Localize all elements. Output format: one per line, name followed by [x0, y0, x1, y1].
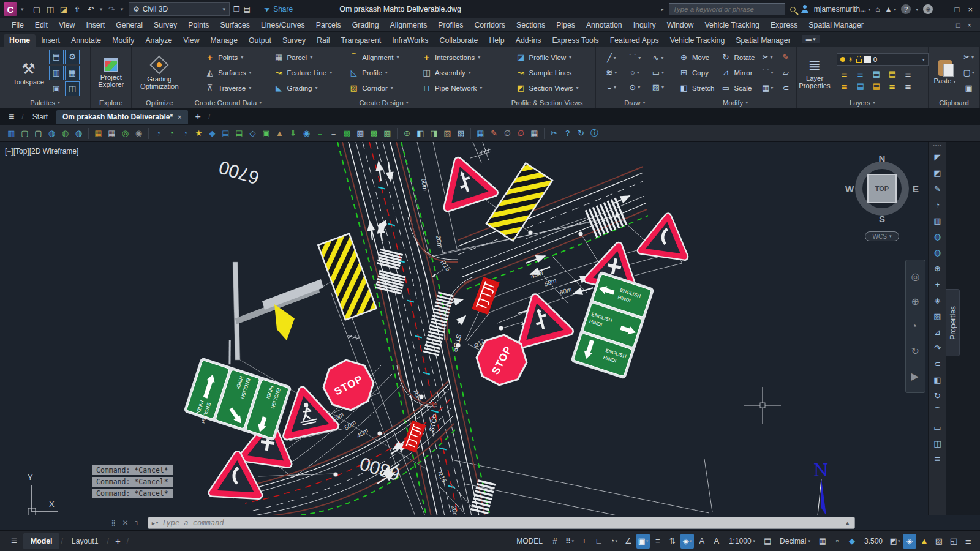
menu-item-survey[interactable]: Survey — [148, 21, 183, 29]
panel-label-ground-data[interactable]: Create Ground Data▾ — [187, 97, 268, 108]
ribbon-tab-analyze[interactable]: Analyze — [140, 34, 178, 47]
menu-item-grading[interactable]: Grading — [347, 21, 385, 29]
ribbon-tab-insert[interactable]: Insert — [36, 34, 66, 47]
status-1-1000[interactable]: 1:1000▾ — [725, 537, 760, 545]
sample-lines-button[interactable]: ↝Sample Lines — [514, 66, 581, 80]
new-tab-button[interactable]: + — [190, 111, 206, 122]
side-tool-icon-4[interactable]: ▥ — [929, 212, 946, 228]
menu-item-parcels[interactable]: Parcels — [311, 21, 347, 29]
explode-button[interactable]: ▱ — [778, 66, 794, 80]
side-tool-icon-14[interactable]: ◧ — [929, 372, 946, 388]
status-icon-3[interactable]: + — [578, 534, 591, 549]
paste-button[interactable]: Paste ▾ — [931, 48, 958, 97]
strip-grip-icon[interactable]: •••• — [933, 143, 942, 148]
status-icon-14[interactable]: ▤ — [761, 534, 774, 549]
menu-item-alignments[interactable]: Alignments — [385, 21, 433, 29]
doc-minimize-button[interactable]: – — [945, 21, 949, 29]
menu-item-vehicle-tracking[interactable]: Vehicle Tracking — [699, 21, 765, 29]
toolbar-icon-1[interactable]: ▢ — [18, 127, 31, 140]
menu-item-pipes[interactable]: Pipes — [551, 21, 581, 29]
status-icon-22[interactable]: ▲ — [918, 534, 931, 549]
hatch-tool[interactable]: ≋▾ — [600, 66, 623, 80]
rectangle-tool[interactable]: ▭▾ — [646, 66, 669, 80]
side-tool-icon-15[interactable]: ↻ — [929, 388, 946, 403]
lasso-button[interactable]: ⊂ — [778, 81, 794, 95]
workspace-switcher[interactable]: ⚙ Civil 3D ▾ — [129, 2, 230, 16]
toolspace-button[interactable]: ⚒ Toolspace — [10, 48, 47, 97]
palette-icon-4[interactable]: ▦ — [65, 66, 80, 80]
ribbon-tab-transparent[interactable]: Transparent — [335, 34, 386, 47]
toolbar-icon-32[interactable]: ◧ — [414, 127, 427, 140]
toolbar-icon-23[interactable]: ◉ — [300, 127, 313, 140]
toolbar-icon-29[interactable]: ▩ — [381, 127, 394, 140]
side-tool-icon-17[interactable]: ▭ — [929, 419, 946, 435]
wcs-selector[interactable]: WCS▾ — [865, 231, 899, 241]
ribbon-tab-view[interactable]: View — [178, 34, 205, 47]
grading-button[interactable]: ◣Grading▾ — [272, 81, 346, 95]
layer-tool-8[interactable]: ▤ — [869, 80, 884, 92]
properties-tab[interactable]: Properties — [946, 289, 960, 356]
grading-optimization-button[interactable]: GradingOptimization — [138, 48, 181, 97]
circle-tool[interactable]: ○▾ — [623, 66, 646, 80]
toolbar-icon-8[interactable]: ▦ — [105, 127, 118, 140]
side-tool-icon-9[interactable]: ◈ — [929, 292, 946, 308]
layer-tool-10[interactable]: ≣ — [900, 80, 916, 92]
ribbon-tab-output[interactable]: Output — [243, 34, 277, 47]
ribbon-tab-collaborate[interactable]: Collaborate — [434, 34, 484, 47]
menu-item-general[interactable]: General — [110, 21, 148, 29]
undo-icon[interactable]: ↶ — [85, 2, 97, 16]
close-button[interactable]: × — [968, 5, 973, 14]
profile-view-button[interactable]: ◪Profile View▾ — [514, 51, 581, 64]
status-icon-21[interactable]: ◈ — [903, 534, 916, 549]
side-tool-icon-16[interactable]: ⌒ — [929, 403, 946, 419]
status-icon-23[interactable]: ▨ — [932, 534, 946, 549]
status-icon-8[interactable]: ≡ — [651, 534, 665, 549]
toolbar-icon-34[interactable]: ▨ — [441, 127, 454, 140]
project-explorer-button[interactable]: ProjectExplorer — [96, 48, 126, 97]
ribbon-tab-spatial-manager[interactable]: Spatial Manager — [730, 34, 796, 47]
redo-caret-icon[interactable]: ▾ — [119, 2, 125, 16]
menu-item-lines-curves[interactable]: Lines/Curves — [255, 21, 311, 29]
status-icon-20[interactable]: ◩▾ — [888, 534, 902, 549]
ribbon-tab-infraworks[interactable]: InfraWorks — [386, 34, 434, 47]
side-tool-icon-19[interactable]: ≣ — [929, 451, 946, 467]
layer-tool-2[interactable]: ≣ — [853, 67, 869, 80]
customize-command-icon[interactable]: ⌐ — [132, 520, 141, 525]
toolbar-icon-5[interactable]: ◍ — [72, 127, 85, 140]
toolbar-icon-20[interactable]: ▣ — [260, 127, 273, 140]
stretch-button[interactable]: ◧Stretch — [677, 81, 716, 95]
toolbar-icon-16[interactable]: ◆ — [206, 127, 219, 140]
ribbon-tab-annotate[interactable]: Annotate — [66, 34, 107, 47]
toolbar-icon-33[interactable]: ◨ — [428, 127, 440, 140]
side-tool-icon-1[interactable]: ◩ — [929, 165, 946, 181]
toolbar-icon-41[interactable]: ▦ — [528, 127, 541, 140]
status-3-500[interactable]: 3.500 — [860, 537, 887, 545]
compass-west[interactable]: W — [845, 184, 854, 194]
navbar-icon-3[interactable]: ↻ — [911, 345, 920, 357]
layout1-tab[interactable]: Layout1 — [64, 533, 106, 549]
toolbar-icon-21[interactable]: ▲ — [273, 127, 286, 140]
toolbar-icon-13[interactable]: ◔ — [165, 127, 178, 140]
status-icon-4[interactable]: ∟ — [592, 534, 606, 549]
save-as-icon[interactable]: ◪ — [58, 2, 70, 16]
layer-selector[interactable]: ☀ 0 ▾ — [837, 53, 929, 66]
polyline-tool[interactable]: ∿▾ — [646, 51, 669, 66]
toolbar-icon-7[interactable]: ▦ — [92, 127, 105, 140]
feature-line-button[interactable]: ↝Feature Line▾ — [272, 66, 346, 80]
layer-tool-1[interactable]: ≣ — [837, 67, 853, 80]
pipe-network-button[interactable]: ⊓Pipe Network▾ — [420, 81, 496, 95]
panel-label-layers[interactable]: Layers▾ — [797, 97, 928, 108]
menu-item-inquiry[interactable]: Inquiry — [628, 21, 662, 29]
navbar-icon-4[interactable]: ▶ — [911, 370, 920, 382]
toolbar-icon-26[interactable]: ▩ — [341, 127, 353, 140]
toolbar-icon-38[interactable]: ✎ — [488, 127, 500, 140]
layer-tool-6[interactable]: ≣ — [837, 80, 853, 92]
search-icon[interactable] — [790, 7, 796, 12]
command-palette-handle[interactable]: ⣿ ✕ ⌐ — [111, 519, 139, 527]
menu-item-annotation[interactable]: Annotation — [581, 21, 628, 29]
ribbon-tab-rail[interactable]: Rail — [311, 34, 335, 47]
status-icon-10[interactable]: ◈▾ — [680, 534, 694, 549]
file-tabs-menu-icon[interactable]: ≡ — [4, 111, 19, 122]
toolbar-icon-27[interactable]: ▩ — [354, 127, 367, 140]
status-icon-18[interactable]: ◆ — [845, 534, 859, 549]
